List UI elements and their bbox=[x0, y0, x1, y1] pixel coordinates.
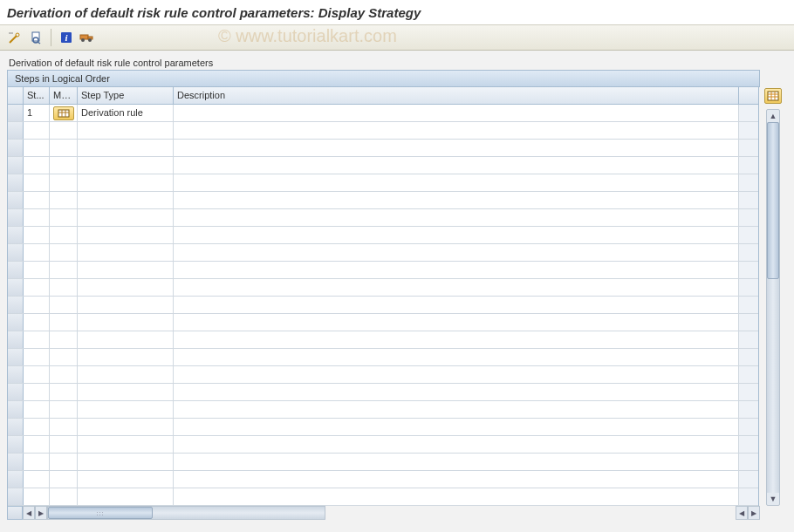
cell-type bbox=[78, 488, 174, 505]
cell-spacer bbox=[739, 157, 758, 174]
panel-title: Steps in Logical Order bbox=[7, 70, 760, 87]
cell-maint bbox=[50, 349, 78, 365]
col-spacer bbox=[739, 87, 758, 104]
cell-type bbox=[78, 262, 174, 278]
hscroll-right-button[interactable]: ▶ bbox=[35, 506, 47, 520]
col-header-step[interactable]: St... bbox=[24, 87, 50, 104]
row-selector[interactable] bbox=[8, 436, 24, 453]
row-selector[interactable] bbox=[8, 331, 24, 348]
vertical-scrollbar[interactable]: ▲ ▼ bbox=[766, 109, 780, 506]
table-row[interactable] bbox=[8, 297, 758, 314]
table-row[interactable] bbox=[8, 401, 758, 419]
table-row[interactable] bbox=[8, 454, 758, 471]
cell-spacer bbox=[739, 401, 758, 418]
cell-type bbox=[78, 384, 174, 400]
col-header-maint[interactable]: Ma... bbox=[50, 87, 78, 104]
table-row[interactable] bbox=[8, 262, 758, 279]
row-selector[interactable] bbox=[8, 174, 24, 191]
row-selector[interactable] bbox=[8, 419, 24, 435]
table-row[interactable] bbox=[8, 384, 758, 401]
row-selector[interactable] bbox=[8, 401, 24, 418]
cell-desc bbox=[174, 314, 739, 331]
cell-spacer bbox=[739, 331, 758, 348]
row-selector[interactable] bbox=[8, 279, 24, 296]
svg-line-0 bbox=[10, 36, 17, 43]
cell-desc bbox=[174, 297, 739, 313]
table-row[interactable] bbox=[8, 366, 758, 384]
horizontal-scrollbar-row: ◀ ▶ ::: ◀ ▶ bbox=[7, 506, 760, 520]
col-header-type[interactable]: Step Type bbox=[78, 87, 174, 104]
table-row[interactable] bbox=[8, 314, 758, 331]
table-row[interactable] bbox=[8, 174, 758, 192]
cell-step bbox=[24, 401, 50, 418]
transport-button[interactable] bbox=[78, 28, 97, 47]
table-row[interactable] bbox=[8, 227, 758, 244]
row-selector[interactable] bbox=[8, 122, 24, 139]
table-row[interactable] bbox=[8, 192, 758, 209]
row-selector[interactable] bbox=[8, 192, 24, 208]
info-icon: i bbox=[59, 31, 73, 44]
cell-maint bbox=[50, 244, 78, 261]
change-display-button[interactable] bbox=[5, 28, 24, 47]
cell-type bbox=[78, 244, 174, 261]
row-selector[interactable] bbox=[8, 227, 24, 243]
section-header: Derivation of default risk rule control … bbox=[7, 58, 787, 68]
h-scroll-thumb[interactable]: ::: bbox=[48, 507, 153, 519]
cell-desc bbox=[174, 331, 739, 348]
cell-spacer bbox=[739, 192, 758, 208]
col-header-desc[interactable]: Description bbox=[174, 87, 739, 104]
select-all-header[interactable] bbox=[8, 87, 24, 104]
row-selector[interactable] bbox=[8, 105, 24, 121]
row-selector[interactable] bbox=[8, 157, 24, 174]
content-area: Derivation of default risk rule control … bbox=[0, 51, 794, 532]
layout-config-button[interactable] bbox=[764, 88, 782, 104]
table-row[interactable] bbox=[8, 244, 758, 262]
hscroll-left-button-2[interactable]: ◀ bbox=[736, 506, 748, 520]
toolbar-separator bbox=[51, 29, 51, 46]
table-row[interactable] bbox=[8, 140, 758, 157]
info-button[interactable]: i bbox=[57, 28, 76, 47]
row-selector[interactable] bbox=[8, 297, 24, 313]
cell-desc bbox=[174, 244, 739, 261]
overview-button[interactable] bbox=[26, 28, 45, 47]
table-row[interactable] bbox=[8, 122, 758, 140]
cell-maint bbox=[50, 314, 78, 331]
row-selector[interactable] bbox=[8, 454, 24, 470]
cell-spacer bbox=[739, 262, 758, 278]
hscroll-track[interactable]: ::: bbox=[47, 506, 325, 520]
row-selector[interactable] bbox=[8, 140, 24, 156]
cell-spacer bbox=[739, 384, 758, 400]
row-selector[interactable] bbox=[8, 471, 24, 488]
scroll-up-button[interactable]: ▲ bbox=[767, 110, 779, 122]
table-row[interactable] bbox=[8, 419, 758, 436]
cell-spacer bbox=[739, 297, 758, 313]
row-selector[interactable] bbox=[8, 488, 24, 505]
table-row[interactable]: 1Derivation rule bbox=[8, 105, 758, 122]
cell-type bbox=[78, 192, 174, 208]
maintain-entries-button[interactable] bbox=[53, 106, 74, 120]
row-selector[interactable] bbox=[8, 314, 24, 331]
table-row[interactable] bbox=[8, 471, 758, 488]
row-selector[interactable] bbox=[8, 244, 24, 261]
row-selector[interactable] bbox=[8, 384, 24, 400]
table-row[interactable] bbox=[8, 157, 758, 174]
table-row[interactable] bbox=[8, 436, 758, 454]
cell-maint bbox=[50, 436, 78, 453]
row-selector[interactable] bbox=[8, 366, 24, 383]
row-selector[interactable] bbox=[8, 209, 24, 226]
table-row[interactable] bbox=[8, 349, 758, 366]
table-row[interactable] bbox=[8, 209, 758, 227]
cell-spacer bbox=[739, 140, 758, 156]
cell-type bbox=[78, 227, 174, 243]
row-selector[interactable] bbox=[8, 349, 24, 365]
hscroll-right-button-2[interactable]: ▶ bbox=[748, 506, 760, 520]
table-row[interactable] bbox=[8, 488, 758, 506]
scroll-down-button[interactable]: ▼ bbox=[767, 493, 779, 505]
cell-type bbox=[78, 279, 174, 296]
table-row[interactable] bbox=[8, 331, 758, 349]
row-selector[interactable] bbox=[8, 262, 24, 278]
v-scroll-thumb[interactable] bbox=[767, 122, 779, 279]
cell-type: Derivation rule bbox=[78, 105, 174, 121]
hscroll-left-button[interactable]: ◀ bbox=[23, 506, 35, 520]
table-row[interactable] bbox=[8, 279, 758, 297]
